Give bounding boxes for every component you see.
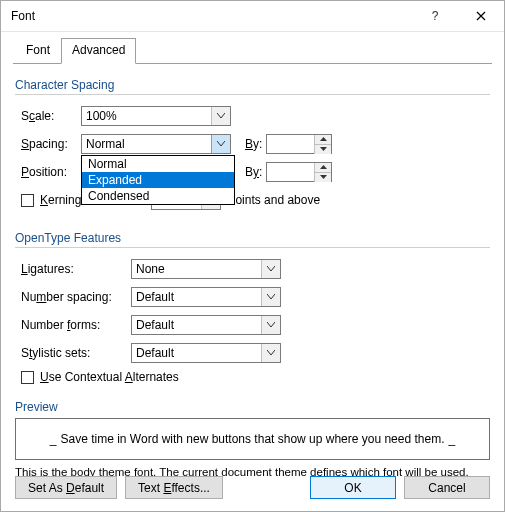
footer: Set As Default Text Effects... OK Cancel [15,476,490,499]
preview-title: Preview [15,400,490,414]
close-button[interactable] [458,1,504,31]
stylistic-sets-value: Default [132,346,261,360]
tab-strip: Font Advanced [15,38,494,63]
preview-box: _ Save time in Word with new buttons tha… [15,418,490,460]
tab-advanced[interactable]: Advanced [61,38,136,64]
number-forms-value: Default [132,318,261,332]
tab-font[interactable]: Font [15,38,61,63]
position-label: Position: [15,165,81,179]
checkbox-icon [21,371,34,384]
spin-up-icon[interactable] [315,135,331,144]
scale-combo[interactable]: 100% [81,106,231,126]
set-as-default-button[interactable]: Set As Default [15,476,117,499]
contextual-alternates-label: Use Contextual Alternates [40,370,179,384]
group-opentype-title: OpenType Features [15,231,490,245]
number-spacing-value: Default [132,290,261,304]
chevron-down-icon [211,107,230,125]
stylistic-sets-label: Stylistic sets: [15,346,131,360]
stylistic-sets-combo[interactable]: Default [131,343,281,363]
titlebar: Font ? [1,1,504,32]
number-forms-combo[interactable]: Default [131,315,281,335]
checkbox-icon [21,194,34,207]
chevron-down-icon [261,316,280,334]
points-and-above-label: Points and above [227,193,320,207]
dialog-title: Font [11,9,412,23]
group-opentype: Ligatures: None Number spacing: Default … [15,247,490,384]
ligatures-value: None [132,262,261,276]
spacing-option-condensed[interactable]: Condensed [82,188,234,204]
spacing-combo[interactable]: Normal Normal Expanded Condensed [81,134,231,154]
spacing-value: Normal [82,137,211,151]
ligatures-combo[interactable]: None [131,259,281,279]
spacing-dropdown: Normal Expanded Condensed [81,155,235,205]
spacing-label: Spacing: [15,137,81,151]
spin-down-icon[interactable] [315,144,331,154]
number-spacing-combo[interactable]: Default [131,287,281,307]
spacing-by-label: By: [245,137,262,151]
contextual-alternates-checkbox[interactable]: Use Contextual Alternates [21,370,490,384]
spin-down-icon[interactable] [315,172,331,182]
number-forms-label: Number forms: [15,318,131,332]
text-effects-button[interactable]: Text Effects... [125,476,223,499]
font-dialog: Font ? Font Advanced Character Spacing S… [0,0,505,512]
cancel-button[interactable]: Cancel [404,476,490,499]
spin-up-icon[interactable] [315,163,331,172]
number-spacing-label: Number spacing: [15,290,131,304]
chevron-down-icon [261,260,280,278]
ok-button[interactable]: OK [310,476,396,499]
spacing-option-normal[interactable]: Normal [82,156,234,172]
position-by-spinner[interactable] [266,162,332,182]
chevron-down-icon [261,344,280,362]
close-icon [476,11,486,21]
scale-label: Scale: [15,109,81,123]
chevron-down-icon [211,135,230,153]
group-character-spacing: Scale: 100% Spacing: Normal Normal Expan… [15,94,490,213]
help-button[interactable]: ? [412,1,458,31]
spacing-by-spinner[interactable] [266,134,332,154]
chevron-down-icon [261,288,280,306]
spacing-option-expanded[interactable]: Expanded [82,172,234,188]
preview-text: Save time in Word with new buttons that … [61,432,445,446]
scale-value: 100% [82,109,211,123]
group-character-spacing-title: Character Spacing [15,78,490,92]
position-by-label: By: [245,165,262,179]
ligatures-label: Ligatures: [15,262,131,276]
